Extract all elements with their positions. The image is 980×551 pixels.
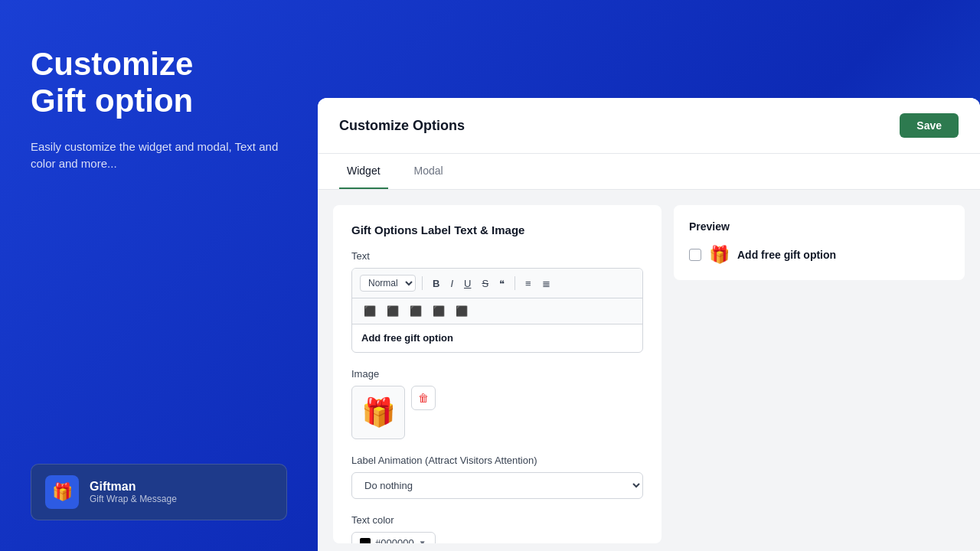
- text-color-section: Text color #000000 ▼: [351, 514, 643, 543]
- quote-button[interactable]: ❝: [495, 276, 508, 292]
- underline-button[interactable]: U: [460, 276, 475, 292]
- text-label: Text: [351, 250, 643, 262]
- main-panel: Customize Options Save Widget Modal Gift…: [318, 98, 980, 551]
- hero-title: Customize Gift option: [31, 46, 287, 120]
- tabs-bar: Widget Modal: [318, 154, 980, 190]
- editor-toolbar-row2: ⬛ ⬛ ⬛ ⬛ ⬛: [352, 298, 642, 324]
- save-button[interactable]: Save: [900, 113, 959, 138]
- brand-icon: 🎁: [45, 475, 79, 509]
- animation-section: Label Animation (Attract Visitors Attent…: [351, 455, 643, 499]
- color-value: #000000: [375, 537, 414, 543]
- content-card: Gift Options Label Text & Image Text Nor…: [333, 205, 662, 543]
- delete-image-button[interactable]: 🗑: [411, 386, 436, 410]
- editor-container: Normal B I U S ❝ ≡ ≣ ⬛ ⬛ ⬛ ⬛: [351, 268, 643, 353]
- preview-checkbox[interactable]: [689, 249, 701, 261]
- panel-title: Customize Options: [339, 118, 465, 134]
- image-thumbnail: 🎁: [351, 386, 405, 439]
- image-label: Image: [351, 368, 643, 380]
- image-section: Image 🎁 🗑: [351, 368, 643, 439]
- preview-gift-row: 🎁 Add free gift option: [689, 245, 949, 265]
- color-input-row: #000000 ▼: [351, 532, 643, 543]
- align-left-button[interactable]: ⬛: [360, 303, 380, 319]
- indent-button[interactable]: ⬛: [452, 303, 472, 319]
- panel-header: Customize Options Save: [318, 98, 980, 154]
- toolbar-separator: [422, 276, 423, 290]
- editor-body[interactable]: Add free gift option: [352, 324, 642, 352]
- preview-title: Preview: [689, 220, 949, 233]
- color-picker[interactable]: #000000 ▼: [351, 532, 436, 543]
- toolbar-separator-2: [514, 276, 515, 290]
- style-select[interactable]: Normal: [360, 275, 416, 292]
- italic-button[interactable]: I: [446, 276, 457, 292]
- unordered-list-button[interactable]: ≣: [538, 276, 554, 292]
- bold-button[interactable]: B: [429, 276, 443, 292]
- strikethrough-button[interactable]: S: [478, 276, 492, 292]
- preview-gift-text: Add free gift option: [737, 249, 836, 261]
- card-title: Gift Options Label Text & Image: [351, 223, 643, 236]
- preview-gift-icon: 🎁: [709, 245, 730, 265]
- text-color-label: Text color: [351, 514, 643, 526]
- ordered-list-button[interactable]: ≡: [521, 276, 535, 292]
- brand-info: Giftman Gift Wrap & Message: [90, 480, 177, 504]
- tab-modal[interactable]: Modal: [407, 154, 451, 189]
- align-center-button[interactable]: ⬛: [383, 303, 403, 319]
- align-right-button[interactable]: ⬛: [406, 303, 426, 319]
- image-thumb-row: 🎁 🗑: [351, 386, 643, 439]
- preview-card: Preview 🎁 Add free gift option: [674, 205, 965, 280]
- align-justify-button[interactable]: ⬛: [429, 303, 449, 319]
- brand-subtitle: Gift Wrap & Message: [90, 494, 177, 504]
- chevron-down-icon: ▼: [419, 539, 426, 543]
- animation-select[interactable]: Do nothing Bounce Shake Pulse Flash: [351, 472, 643, 499]
- brand-name: Giftman: [90, 480, 177, 494]
- editor-toolbar: Normal B I U S ❝ ≡ ≣: [352, 269, 642, 298]
- content-area: Gift Options Label Text & Image Text Nor…: [318, 190, 980, 551]
- tab-widget[interactable]: Widget: [339, 154, 388, 189]
- color-swatch: [360, 538, 371, 544]
- left-panel: Customize Gift option Easily customize t…: [0, 0, 318, 551]
- editor-text: Add free gift option: [361, 332, 453, 344]
- animation-label: Label Animation (Attract Visitors Attent…: [351, 455, 643, 466]
- hero-subtitle: Easily customize the widget and modal, T…: [31, 139, 287, 173]
- brand-card: 🎁 Giftman Gift Wrap & Message: [31, 464, 287, 520]
